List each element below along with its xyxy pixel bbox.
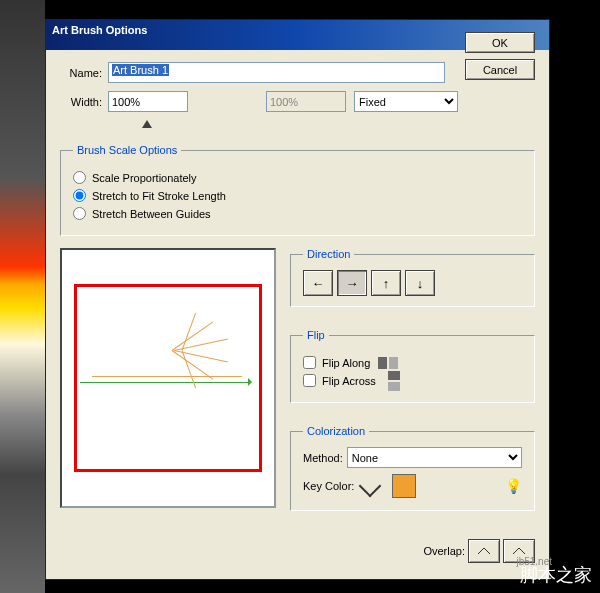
lower-section: Direction ← → ↑ ↓ Flip Flip Along: [60, 248, 535, 563]
flip-along-checkbox[interactable]: [303, 356, 316, 369]
dialog-title: Art Brush Options: [52, 24, 147, 36]
preview-bounding-box: [74, 284, 262, 472]
direction-down-button[interactable]: ↓: [405, 270, 435, 296]
background-edge: [0, 0, 45, 593]
width-input-2: [266, 91, 346, 112]
method-row: Method: None: [303, 447, 522, 468]
width-mode-select[interactable]: Fixed: [354, 91, 458, 112]
colorization-legend: Colorization: [303, 425, 369, 437]
direction-right-button[interactable]: →: [337, 270, 367, 296]
method-label: Method:: [303, 452, 343, 464]
button-column: OK Cancel: [465, 32, 535, 80]
scale-option-stretch-fit[interactable]: Stretch to Fit Stroke Length: [73, 189, 522, 202]
scale-option-proportionate[interactable]: Scale Proportionately: [73, 171, 522, 184]
slider-thumb[interactable]: [142, 120, 152, 128]
colorization-fieldset: Colorization Method: None Key Color: 💡: [290, 425, 535, 511]
radio-stretch-fit[interactable]: [73, 189, 86, 202]
lightbulb-icon[interactable]: 💡: [505, 478, 522, 494]
radio-stretch-guides-label: Stretch Between Guides: [92, 208, 211, 220]
keycolor-row: Key Color: 💡: [303, 474, 522, 498]
flip-along-row[interactable]: Flip Along: [303, 356, 522, 369]
brush-scale-fieldset: Brush Scale Options Scale Proportionatel…: [60, 144, 535, 236]
overlap-row: Overlap:: [290, 539, 535, 563]
direction-fieldset: Direction ← → ↑ ↓: [290, 248, 535, 307]
brush-preview: [60, 248, 276, 508]
name-value: Art Brush 1: [112, 64, 169, 76]
preview-direction-arrow: [80, 382, 250, 383]
width-input[interactable]: [108, 91, 188, 112]
flip-along-icon: [378, 357, 398, 369]
name-row: Name: Art Brush 1: [60, 62, 535, 83]
art-brush-options-dialog: Art Brush Options OK Cancel Name: Art Br…: [45, 19, 550, 580]
right-column: Direction ← → ↑ ↓ Flip Flip Along: [290, 248, 535, 563]
radio-proportionate-label: Scale Proportionately: [92, 172, 197, 184]
radio-stretch-guides[interactable]: [73, 207, 86, 220]
direction-buttons: ← → ↑ ↓: [303, 270, 522, 296]
width-row: Width: Fixed: [60, 91, 535, 112]
overlap-label: Overlap:: [423, 545, 465, 557]
name-input[interactable]: Art Brush 1: [108, 62, 445, 83]
direction-up-button[interactable]: ↑: [371, 270, 401, 296]
preview-brush-strokes: [182, 350, 183, 351]
dialog-body: OK Cancel Name: Art Brush 1 Width: Fixed…: [46, 50, 549, 579]
brush-scale-legend: Brush Scale Options: [73, 144, 181, 156]
flip-across-row[interactable]: Flip Across: [303, 374, 522, 387]
flip-legend: Flip: [303, 329, 329, 341]
flip-along-label: Flip Along: [322, 357, 370, 369]
ok-button[interactable]: OK: [465, 32, 535, 53]
flip-across-label: Flip Across: [322, 375, 376, 387]
width-slider[interactable]: [108, 120, 180, 130]
name-label: Name:: [60, 67, 102, 79]
method-select[interactable]: None: [347, 447, 522, 468]
overlap-option-1[interactable]: [468, 539, 500, 563]
radio-proportionate[interactable]: [73, 171, 86, 184]
watermark-text: 脚本之家: [520, 563, 592, 587]
flip-across-checkbox[interactable]: [303, 374, 316, 387]
keycolor-label: Key Color:: [303, 480, 354, 492]
scale-option-stretch-guides[interactable]: Stretch Between Guides: [73, 207, 522, 220]
keycolor-swatch[interactable]: [392, 474, 416, 498]
flip-across-icon: [388, 371, 400, 391]
flip-fieldset: Flip Flip Along Flip Across: [290, 329, 535, 403]
radio-stretch-fit-label: Stretch to Fit Stroke Length: [92, 190, 226, 202]
width-label: Width:: [60, 96, 102, 108]
cancel-button[interactable]: Cancel: [465, 59, 535, 80]
eyedropper-icon[interactable]: [359, 475, 382, 498]
direction-left-button[interactable]: ←: [303, 270, 333, 296]
direction-legend: Direction: [303, 248, 354, 260]
